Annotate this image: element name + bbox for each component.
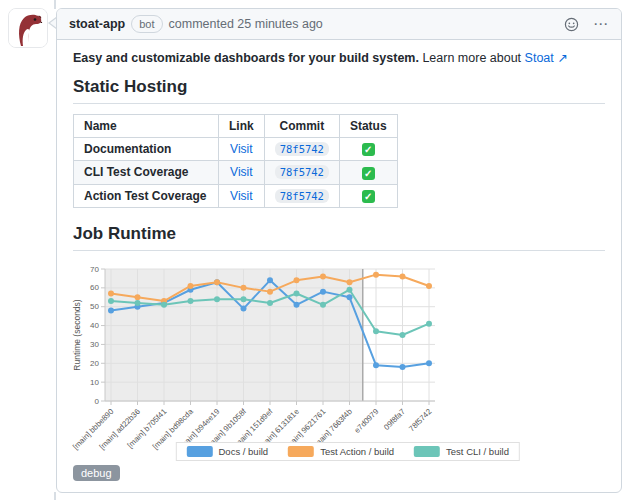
visit-link[interactable]: Visit (230, 142, 252, 156)
commit-chip[interactable]: 78f5742 (275, 165, 329, 179)
smiley-reaction-button[interactable] (564, 17, 579, 32)
legend-item-test-action: Test Action / build (288, 446, 394, 457)
svg-text:60: 60 (90, 283, 99, 292)
table-row: CLI Test Coverage Visit 78f5742 ✓ (74, 161, 398, 184)
column-header-name: Name (74, 115, 219, 138)
table-header-row: Name Link Commit Status (74, 115, 398, 138)
stoat-link[interactable]: Stoat ↗ (525, 51, 568, 65)
svg-text:10: 10 (90, 378, 99, 387)
legend-swatch (414, 446, 440, 457)
legend-label: Test Action / build (320, 446, 394, 457)
timeline-line (54, 492, 56, 500)
column-header-link: Link (219, 115, 265, 138)
commit-chip[interactable]: 78f5742 (275, 142, 329, 156)
svg-text:40: 40 (90, 321, 99, 330)
legend-item-test-cli: Test CLI / build (414, 446, 509, 457)
intro-bold-text: Easy and customizable dashboards for you… (73, 51, 419, 65)
chart-svg: Runtime (seconds) 010203040506070[main] … (69, 261, 441, 457)
timeline-line (54, 0, 56, 9)
comment-timestamp[interactable]: 25 minutes ago (237, 17, 322, 31)
author-link[interactable]: stoat-app (69, 17, 125, 31)
bot-comment: stoat-app bot commented 25 minutes ago ⋯… (56, 8, 622, 493)
status-check-icon: ✓ (362, 190, 375, 203)
comment-meta: commented 25 minutes ago (169, 17, 323, 31)
visit-link[interactable]: Visit (230, 165, 252, 179)
legend-label: Test CLI / build (446, 446, 509, 457)
job-runtime-chart: Runtime (seconds) 010203040506070[main] … (69, 261, 605, 461)
legend-swatch (187, 446, 213, 457)
svg-text:20: 20 (90, 359, 99, 368)
status-check-icon: ✓ (362, 143, 375, 156)
legend-label: Docs / build (219, 446, 269, 457)
avatar[interactable] (8, 8, 48, 48)
commit-chip[interactable]: 78f5742 (275, 189, 329, 203)
hosting-table: Name Link Commit Status Documentation Vi… (73, 114, 398, 208)
svg-text:78f5742: 78f5742 (407, 407, 433, 433)
svg-text:70: 70 (90, 264, 99, 273)
intro-text: Easy and customizable dashboards for you… (73, 50, 605, 65)
comment-header: stoat-app bot commented 25 minutes ago ⋯ (57, 9, 621, 40)
row-name-cell: Documentation (74, 138, 219, 161)
static-hosting-heading: Static Hosting (73, 77, 605, 104)
visit-link[interactable]: Visit (230, 189, 252, 203)
column-header-status: Status (339, 115, 397, 138)
job-runtime-heading: Job Runtime (73, 224, 605, 251)
stoat-logo-icon (9, 9, 48, 48)
row-name-cell: Action Test Coverage (74, 184, 219, 207)
svg-text:e7d0979: e7d0979 (353, 407, 381, 435)
kebab-menu-button[interactable]: ⋯ (593, 19, 609, 29)
svg-text:09f8fa7: 09f8fa7 (382, 407, 407, 432)
y-axis-title: Runtime (seconds) (72, 299, 82, 371)
debug-toggle[interactable]: debug (73, 465, 120, 481)
legend-item-docs: Docs / build (187, 446, 269, 457)
intro-regular-text: Learn more about (422, 51, 521, 65)
svg-text:30: 30 (90, 340, 99, 349)
bot-badge: bot (131, 15, 162, 33)
column-header-commit: Commit (264, 115, 339, 138)
commented-text: commented (169, 17, 234, 31)
status-check-icon: ✓ (362, 167, 375, 180)
table-row: Action Test Coverage Visit 78f5742 ✓ (74, 184, 398, 207)
external-link-icon: ↗ (557, 51, 567, 65)
comment-body: Easy and customizable dashboards for you… (57, 40, 621, 489)
svg-text:50: 50 (90, 302, 99, 311)
chart-legend: Docs / build Test Action / build Test CL… (176, 442, 520, 461)
legend-swatch (288, 446, 314, 457)
row-name-cell: CLI Test Coverage (74, 161, 219, 184)
table-row: Documentation Visit 78f5742 ✓ (74, 138, 398, 161)
svg-text:0: 0 (95, 396, 100, 405)
